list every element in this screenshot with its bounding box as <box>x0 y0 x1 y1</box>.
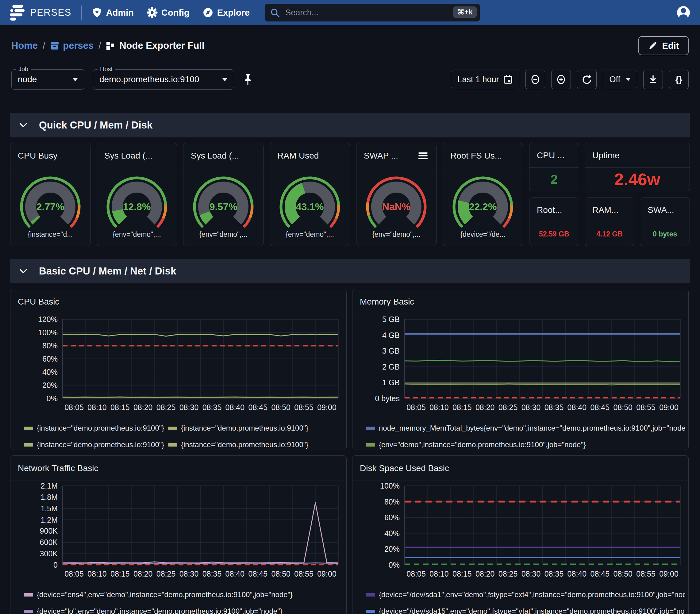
gauge-chart[interactable]: 12.8% <box>97 170 177 230</box>
shield-star-icon <box>91 7 102 18</box>
stat-value: 52.59 GB <box>539 230 569 238</box>
svg-text:08:15: 08:15 <box>110 403 130 412</box>
legend-entry[interactable]: {device="/dev/sda15",env="demo",fstype="… <box>366 603 685 614</box>
svg-text:08:50: 08:50 <box>271 569 290 578</box>
section-header-basic[interactable]: Basic CPU / Mem / Net / Disk <box>10 259 690 284</box>
compass-icon <box>202 7 213 18</box>
legend-entry[interactable]: {instance="demo.prometheus.io:9100"} <box>24 420 168 436</box>
panel-sys-load-5m: Sys Load (... 12.8% {env="demo",... <box>97 143 177 246</box>
panel-header[interactable]: Disk Space Used Basic <box>352 456 688 481</box>
panel-header[interactable]: Sys Load (... <box>97 143 177 168</box>
svg-text:08:30: 08:30 <box>179 569 199 578</box>
panel-header[interactable]: CPU Basic <box>10 289 346 314</box>
home-brand-link[interactable]: PERSES <box>9 4 72 21</box>
panel-header[interactable]: Network Traffic Basic <box>10 456 346 481</box>
svg-text:08:40: 08:40 <box>225 403 245 412</box>
legend-entry[interactable]: {device="lo",env="demo",instance="demo.p… <box>24 603 343 614</box>
legend-label: {device="/dev/sda15",env="demo",fstype="… <box>379 607 685 614</box>
gauge-series-label: {env="demo",... <box>184 230 263 239</box>
breadcrumb-dashboard-title: Node Exporter Full <box>106 40 204 51</box>
line-chart[interactable]: 0300K600K900K1.2M1.5M1.8M2.1M08:0508:100… <box>10 481 346 583</box>
panel-header[interactable]: SWAP ... <box>357 143 436 168</box>
chevron-down-icon <box>72 78 78 81</box>
legend-entry[interactable]: {env="demo",instance="demo.prometheus.io… <box>366 436 685 450</box>
nav-item-label: Explore <box>217 8 250 18</box>
panel-header[interactable]: RAM Used <box>270 143 350 168</box>
panel-header[interactable]: Root FS Us... <box>443 143 523 168</box>
legend-entry[interactable]: {instance="demo.prometheus.io:9100"} <box>168 420 312 436</box>
legend-entry[interactable]: node_memory_MemTotal_bytes{env="demo",in… <box>366 420 685 436</box>
search-icon <box>270 8 280 18</box>
panel-header[interactable]: CPU Busy <box>10 143 90 168</box>
panel-header[interactable]: Uptime <box>585 143 690 168</box>
chart-legend: {instance="demo.prometheus.io:9100"}{ins… <box>10 416 346 450</box>
panel-header[interactable]: RAM... <box>585 198 634 222</box>
breadcrumb-project-link[interactable]: perses <box>50 40 93 51</box>
host-variable-select[interactable]: Host demo.prometheus.io:9100 <box>93 69 234 90</box>
panel-header[interactable]: CPU ... <box>529 143 579 168</box>
panel-root-fs-used: Root FS Us... 22.2% {device="/de... <box>443 143 523 246</box>
chart-legend: {device="ens4",env="demo",instance="demo… <box>10 583 346 614</box>
panel-header[interactable]: Memory Basic <box>352 289 688 314</box>
nav-item-explore[interactable]: Explore <box>202 7 250 18</box>
panel-menu-icon[interactable] <box>417 151 429 160</box>
gauge-chart[interactable]: 22.2% <box>443 170 523 230</box>
line-chart[interactable]: 0%20%40%60%80%100%120%08:0508:1008:1508:… <box>10 314 346 416</box>
svg-text:08:05: 08:05 <box>407 569 426 578</box>
gauge-series-label: {instance="d... <box>10 230 90 239</box>
svg-text:40%: 40% <box>384 529 400 538</box>
navbar: PERSES Admin Config <box>0 0 700 25</box>
svg-text:2.77%: 2.77% <box>37 201 64 212</box>
plus-circle-icon <box>555 74 566 85</box>
panel-swap-used: SWAP ... NaN% {env="demo",... <box>356 143 437 246</box>
svg-text:08:55: 08:55 <box>636 403 655 412</box>
legend-entry[interactable]: {instance="demo.prometheus.io:9100"} <box>168 436 312 450</box>
search-input[interactable] <box>265 4 480 22</box>
svg-text:600K: 600K <box>40 538 58 547</box>
gauge-chart[interactable]: 9.57% <box>184 170 263 230</box>
edit-button[interactable]: Edit <box>638 36 689 55</box>
legend-swatch <box>366 610 375 613</box>
stat-value: 2.46w <box>614 170 660 189</box>
svg-text:09:00: 09:00 <box>659 403 678 412</box>
panel-header[interactable]: Root... <box>529 198 579 222</box>
svg-text:08:45: 08:45 <box>590 403 610 412</box>
zoom-out-button[interactable] <box>525 70 545 89</box>
svg-text:100%: 100% <box>380 481 400 490</box>
download-button[interactable] <box>643 70 663 89</box>
refresh-interval-select[interactable]: Off <box>603 70 637 89</box>
gauge-chart[interactable]: 2.77% <box>10 170 90 230</box>
panel-cpu-basic: CPU Basic 0%20%40%60%80%100%120%08:0508:… <box>10 289 347 450</box>
svg-text:09:00: 09:00 <box>317 403 337 412</box>
legend-entry[interactable]: {device="/dev/sda1",env="demo",fstype="e… <box>366 586 685 603</box>
legend-swatch <box>366 427 375 430</box>
panel-header[interactable]: SWA... <box>640 198 690 222</box>
legend-entry[interactable]: {device="ens4",env="demo",instance="demo… <box>24 586 343 603</box>
svg-text:08:15: 08:15 <box>110 569 130 578</box>
svg-text:0: 0 <box>53 561 58 569</box>
search-box[interactable]: ⌘+k <box>265 4 480 22</box>
time-range-button[interactable]: Last 1 hour <box>451 70 519 89</box>
nav-item-config[interactable]: Config <box>147 7 190 18</box>
gauge-chart[interactable]: 43.1% <box>270 170 350 230</box>
line-chart[interactable]: 0 bytes1 GB2 GB3 GB4 GB5 GB08:0508:1008:… <box>352 314 688 416</box>
svg-text:08:55: 08:55 <box>636 569 655 578</box>
nav-item-admin[interactable]: Admin <box>91 7 134 18</box>
gauge-chart[interactable]: NaN% <box>357 170 436 230</box>
perses-logo-icon <box>9 4 25 21</box>
breadcrumb-home-link[interactable]: Home <box>11 40 38 51</box>
line-chart[interactable]: 0%20%40%60%80%100%08:0508:1008:1508:2008… <box>352 481 688 583</box>
panel-header[interactable]: Sys Load (... <box>184 143 263 168</box>
legend-label: {device="lo",env="demo",instance="demo.p… <box>37 607 283 614</box>
job-variable-select[interactable]: Job node <box>11 69 84 90</box>
refresh-button[interactable] <box>577 70 597 89</box>
section-title: Basic CPU / Mem / Net / Disk <box>39 265 176 277</box>
pin-variables-button[interactable] <box>242 73 254 86</box>
section-header-quick[interactable]: Quick CPU / Mem / Disk <box>10 113 690 137</box>
svg-text:08:30: 08:30 <box>522 403 541 412</box>
avatar[interactable] <box>676 5 691 20</box>
legend-entry[interactable]: {instance="demo.prometheus.io:9100"} <box>24 436 168 450</box>
json-view-button[interactable]: {} <box>669 70 689 89</box>
zoom-in-button[interactable] <box>551 70 571 89</box>
svg-text:0 bytes: 0 bytes <box>375 394 400 403</box>
